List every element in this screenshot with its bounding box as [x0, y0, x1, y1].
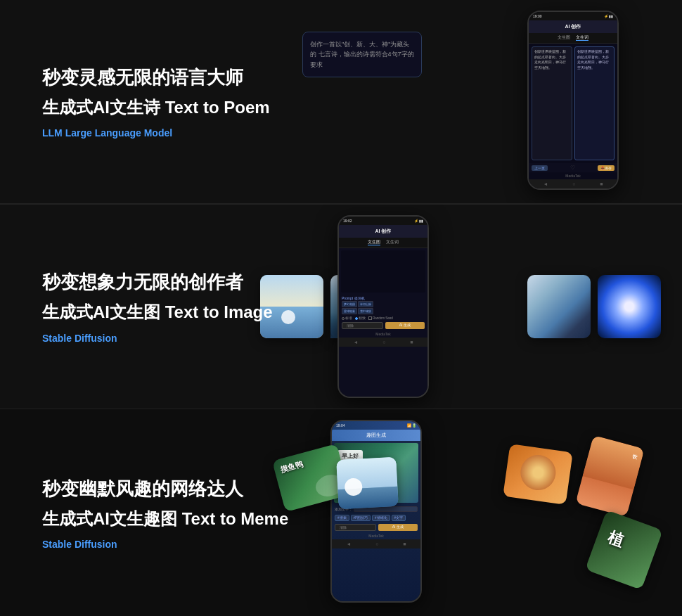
poem-prompt-card: 创作一首以"创、新、大、神"为藏头的 七言诗，输出的诗需符合4句7字的要求 — [302, 32, 422, 77]
image-phone-title: AI 创作 — [339, 225, 427, 238]
meme-btn-4[interactable]: #文字 — [392, 515, 406, 521]
image-tag: Stable Diffusion — [42, 333, 337, 344]
meme-btn-2[interactable]: #P图技巧 — [351, 515, 371, 521]
image-preview-area — [341, 250, 425, 293]
meme-nav-home[interactable]: ○ — [375, 541, 378, 546]
poem-prompt-text: 创作一首以"创、新、大、神"为藏头的 七言诗，输出的诗需符合4句7字的要求 — [310, 39, 414, 70]
image-prompt-label: Prompt 提词机 — [342, 296, 425, 300]
image-clear-btn[interactable]: 清除 — [342, 322, 383, 329]
image-phone: 19:02 ⚡ ▮▮ AI 创作 文生图 文生词 Prompt 提词机 梦幻花园… — [337, 215, 429, 398]
poem-brand: MediaTek — [529, 172, 617, 179]
image-radio-seed[interactable]: Random Seed — [368, 316, 393, 320]
image-tag-3[interactable]: 星球能量 — [342, 308, 357, 314]
meme-sub-title: 生成式AI文生趣图 Text to Meme — [42, 507, 337, 531]
meme-btn-3[interactable]: #情绪化 — [372, 515, 390, 521]
poem-tab-1[interactable]: 文生图 — [558, 35, 570, 41]
image-tag-4[interactable]: 雪中城堡 — [358, 308, 373, 314]
image-tag-2[interactable]: 冰河山脉 — [358, 301, 373, 307]
meme-clear-btn[interactable]: 清除 — [335, 524, 376, 531]
poem-nav-home[interactable]: ○ — [572, 181, 575, 186]
meme-nav-prev[interactable]: ◄ — [346, 541, 351, 546]
meme-phone-title: 趣图生成 — [332, 430, 420, 441]
meme-card-plant: 植 — [585, 510, 663, 590]
section-meme: 秒变幽默风趣的网络达人 生成式AI文生趣图 Text to Meme Stabl… — [0, 409, 682, 616]
poem-sub-title: 生成式AI文生诗 Text to Poem — [42, 96, 337, 120]
poem-nav-prev[interactable]: ◄ — [543, 181, 548, 186]
poem-save-btn[interactable]: 📥保存 — [598, 165, 615, 171]
meme-phone-signal: 📶 🔋 — [407, 423, 416, 428]
image-tag-1[interactable]: 梦幻花园 — [342, 301, 357, 307]
meme-phone: 19:04 📶 🔋 趣图生成 早上好 添加文字： #搜索 #P图技巧 — [330, 420, 422, 603]
meme-card-plant-label: 植 — [590, 510, 663, 577]
meme-phone-status: 19:04 — [336, 423, 345, 428]
image-nav-prev[interactable]: ◄ — [353, 340, 358, 345]
meme-card-fox — [503, 444, 573, 505]
radio-dot-standard — [342, 317, 345, 320]
image-thumb-right1 — [527, 275, 591, 338]
image-brand: MediaTek — [339, 331, 427, 338]
poem-phone: 19:00 ⚡ ▮▮ AI 创作 文生图 文生词 创新世界映蓝图，新的起点昂首向… — [527, 11, 619, 190]
radio-dot-fine — [355, 317, 358, 320]
image-radio-fine[interactable]: 精致 — [355, 316, 366, 320]
meme-tag: Stable Diffusion — [42, 539, 337, 550]
image-sub-title: 生成式AI文生图 Text to Image — [42, 300, 337, 324]
checkbox-seed — [368, 316, 372, 320]
image-ai-btn[interactable]: AI 生成 — [385, 322, 425, 329]
poem-tab-2[interactable]: 文生词 — [576, 35, 588, 41]
poem-main-title: 秒变灵感无限的语言大师 — [42, 65, 337, 90]
poem-nav-stop[interactable]: ■ — [600, 181, 603, 186]
image-main-title: 秒变想象力无限的创作者 — [42, 269, 337, 295]
section-image: 秒变想象力无限的创作者 生成式AI文生图 Text to Image Stabl… — [0, 205, 682, 409]
meme-btn-row: #搜索 #P图技巧 #情绪化 #文字 — [332, 513, 420, 522]
poem-output-display: 创新世界映蓝图，新的起点昂首向。大步走向光明日，神马行空天地翔。 — [577, 49, 612, 70]
meme-card-bird — [336, 457, 399, 509]
image-phone-status: 19:02 — [343, 219, 352, 223]
poem-phone-title: AI 创作 — [529, 20, 617, 33]
section-poem: 秒变灵感无限的语言大师 生成式AI文生诗 Text to Poem LLM La… — [0, 0, 682, 204]
poem-prev-btn[interactable]: 上一页 — [532, 165, 548, 171]
image-tab-2[interactable]: 文生词 — [386, 240, 399, 245]
poem-phone-status: 19:00 — [533, 14, 542, 18]
poem-tag: LLM Large Language Model — [42, 127, 337, 139]
image-thumb-right2 — [598, 275, 661, 338]
meme-nav-stop[interactable]: ■ — [403, 541, 406, 546]
meme-brand: MediaTek — [332, 532, 420, 539]
poem-input-display: 创新世界映蓝图，新的起点昂首向。大步走向光明日，神马行空天地翔。 — [534, 49, 570, 70]
meme-card-drink: 饮 — [575, 435, 644, 517]
poem-heart-icon[interactable]: ♡ — [570, 165, 575, 171]
image-tab-1[interactable]: 文生图 — [368, 240, 380, 245]
image-text-block: 秒变想象力无限的创作者 生成式AI文生图 Text to Image Stabl… — [42, 269, 337, 344]
meme-ai-btn[interactable]: AI 生成 — [378, 524, 418, 531]
image-nav-home[interactable]: ○ — [382, 340, 385, 345]
image-nav-stop[interactable]: ■ — [410, 340, 413, 345]
poem-phone-signal: ⚡ ▮▮ — [604, 14, 613, 18]
poem-text-block: 秒变灵感无限的语言大师 生成式AI文生诗 Text to Poem LLM La… — [42, 65, 337, 139]
image-radio-standard[interactable]: 标准 — [342, 316, 352, 320]
image-phone-signal: ⚡ ▮▮ — [414, 219, 423, 223]
